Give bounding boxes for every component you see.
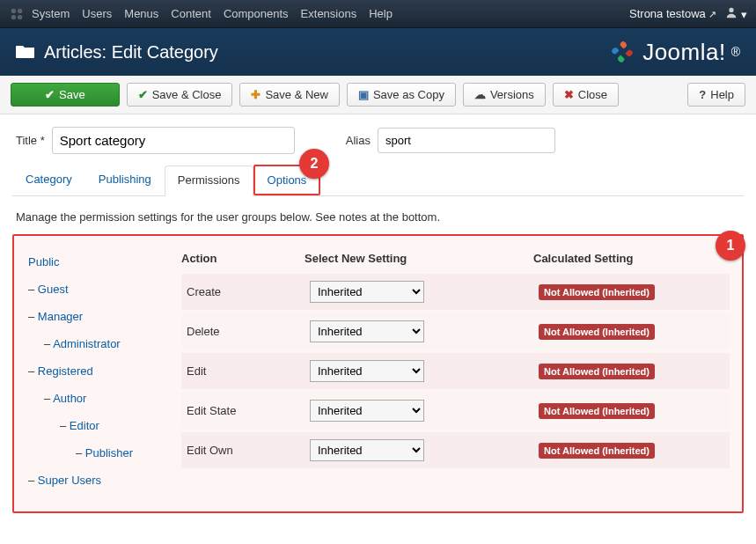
col-calc: Calculated Setting [533,252,730,265]
col-action: Action [181,252,305,265]
group-super-users[interactable]: Super Users [28,467,169,494]
joomla-logo: Joomla!® [607,37,740,67]
user-groups-list: PublicGuestManagerAdministratorRegistere… [16,238,174,499]
perm-row: Edit StateInheritedNot Allowed (Inherite… [181,393,730,429]
svg-point-2 [11,14,16,18]
perm-action: Edit [187,364,310,378]
top-menu: SystemUsersMenusContentComponentsExtensi… [32,7,629,20]
title-input[interactable] [52,127,295,154]
annotation-marker-1: 1 [716,231,745,261]
save-button[interactable]: ✔Save [11,83,120,107]
external-link-icon: ↗ [708,9,716,19]
perm-calc-badge: Not Allowed (Inherited) [539,403,655,419]
perm-action: Create [187,285,310,298]
folder-icon [16,43,35,62]
page-header: Articles: Edit Category Joomla!® [0,28,756,76]
admin-topbar: SystemUsersMenusContentComponentsExtensi… [0,0,756,28]
group-publisher[interactable]: Publisher [28,439,169,467]
check-icon: ✔ [138,88,148,101]
perm-action: Edit State [187,404,310,417]
svg-point-1 [18,8,22,12]
group-editor[interactable]: Editor [28,412,169,439]
perm-select[interactable]: Inherited [310,281,424,303]
menu-content[interactable]: Content [171,7,211,20]
perm-row: DeleteInheritedNot Allowed (Inherited) [181,313,730,349]
page-title: Articles: Edit Category [44,42,607,62]
perm-calc-badge: Not Allowed (Inherited) [539,364,655,379]
perm-row: CreateInheritedNot Allowed (Inherited) [181,274,730,310]
permissions-panel: 1 PublicGuestManagerAdministratorRegiste… [12,234,744,513]
menu-components[interactable]: Components [224,7,289,20]
tab-publishing[interactable]: Publishing [85,165,165,195]
perm-calc-badge: Not Allowed (Inherited) [539,324,655,340]
menu-help[interactable]: Help [369,7,393,20]
versions-button[interactable]: ☁Versions [463,83,546,107]
title-row: Title * Alias [0,114,756,159]
menu-system[interactable]: System [32,7,70,20]
group-registered[interactable]: Registered [28,357,169,385]
perm-action: Delete [187,325,310,338]
permissions-table: Action Select New Setting Calculated Set… [174,238,740,499]
col-select: Select New Setting [305,252,533,265]
perm-select[interactable]: Inherited [310,360,424,382]
close-icon: ✖ [564,88,574,101]
perm-calc-badge: Not Allowed (Inherited) [539,284,655,300]
save-new-button[interactable]: ✚Save & New [239,83,340,107]
menu-extensions[interactable]: Extensions [301,7,357,20]
joomla-icon-small [9,6,25,22]
plus-icon: ✚ [251,88,261,101]
perm-action: Edit Own [187,444,310,457]
perm-calc-badge: Not Allowed (Inherited) [539,443,655,459]
svg-point-3 [18,14,22,18]
tab-category[interactable]: Category [12,165,85,195]
save-close-button[interactable]: ✔Save & Close [127,83,233,107]
tab-permissions[interactable]: Permissions [165,165,253,196]
group-manager[interactable]: Manager [28,303,169,330]
alias-input[interactable] [378,128,555,153]
svg-point-0 [11,8,16,12]
menu-users[interactable]: Users [82,7,112,20]
group-administrator[interactable]: Administrator [28,330,169,357]
versions-icon: ☁ [474,88,486,101]
perm-row: Edit OwnInheritedNot Allowed (Inherited) [181,432,730,468]
close-button[interactable]: ✖Close [553,83,619,107]
perm-row: EditInheritedNot Allowed (Inherited) [181,353,730,389]
perm-select[interactable]: Inherited [310,439,424,461]
svg-point-4 [730,8,734,12]
save-copy-button[interactable]: ▣Save as Copy [347,83,456,107]
perm-select[interactable]: Inherited [310,320,424,342]
help-button[interactable]: ?Help [687,83,745,107]
group-public[interactable]: Public [28,248,169,276]
logo-text: Joomla! [642,39,726,66]
tabs: Category Publishing Permissions Options [12,165,744,196]
perm-select[interactable]: Inherited [310,400,424,422]
site-link[interactable]: Strona testowa ↗ [629,7,716,20]
help-icon: ? [699,88,706,101]
menu-menus[interactable]: Menus [124,7,158,20]
toolbar: ✔Save ✔Save & Close ✚Save & New ▣Save as… [0,76,756,114]
group-guest[interactable]: Guest [28,276,169,303]
alias-label: Alias [346,134,371,147]
annotation-marker-2: 2 [299,149,329,179]
group-author[interactable]: Author [28,385,169,412]
copy-icon: ▣ [358,88,369,101]
permissions-note: Manage the permission settings for the u… [12,210,744,224]
title-label: Title * [16,134,45,147]
check-icon: ✔ [45,88,55,101]
user-menu[interactable]: ▾ [725,6,747,21]
